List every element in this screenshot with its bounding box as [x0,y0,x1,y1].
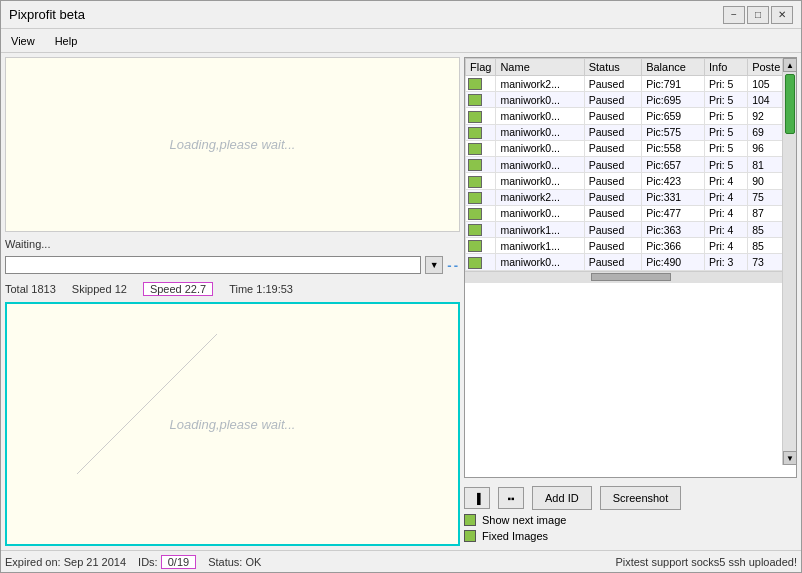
screenshot-button[interactable]: Screenshot [600,486,682,510]
status-cell: Paused [584,173,641,189]
name-cell: maniwork0... [496,205,584,221]
table-row[interactable]: maniwork0... Paused Pic:659 Pri: 5 92 [466,108,796,124]
scroll-thumb-vertical[interactable] [785,74,795,134]
table-row[interactable]: maniwork0... Paused Pic:490 Pri: 3 73 [466,254,796,270]
col-status: Status [584,59,641,76]
menu-help[interactable]: Help [49,33,84,49]
flag-icon [468,224,482,236]
loading-text-top: Loading,please wait... [170,137,296,152]
menu-bar: View Help [1,29,801,53]
scroll-thumb-horizontal[interactable] [591,273,671,281]
balance-cell: Pic:558 [642,140,705,156]
info-cell: Pri: 4 [704,189,747,205]
left-panel: Loading,please wait... Waiting... ▼ -- T… [5,57,460,546]
icon-button-left[interactable]: ▐ [464,487,490,509]
balance-cell: Pic:477 [642,205,705,221]
balance-cell: Pic:366 [642,238,705,254]
minimize-button[interactable]: − [723,6,745,24]
bottom-status-bar: Expired on: Sep 21 2014 IDs: 0/19 Status… [1,550,801,572]
ids-box: 0/19 [161,555,196,569]
balance-cell: Pic:575 [642,124,705,140]
horizontal-scrollbar[interactable] [465,271,796,283]
flag-cell [466,157,496,173]
show-next-image-checkbox[interactable] [464,514,476,526]
status-cell: Paused [584,189,641,205]
flag-cell [466,238,496,254]
table-row[interactable]: maniwork0... Paused Pic:575 Pri: 5 69 [466,124,796,140]
status-cell: Paused [584,124,641,140]
status-section: Status: OK [208,556,261,568]
status-cell: Paused [584,92,641,108]
col-name: Name [496,59,584,76]
total-label: Total 1813 [5,283,56,295]
menu-view[interactable]: View [5,33,41,49]
icon-button-right[interactable]: ▪▪ [498,487,524,509]
name-cell: maniwork2... [496,76,584,92]
accounts-table-container: Flag Name Status Balance Info Poste mani… [464,57,797,478]
flag-icon [468,159,482,171]
flag-cell [466,173,496,189]
table-row[interactable]: maniwork1... Paused Pic:363 Pri: 4 85 [466,221,796,237]
balance-cell: Pic:423 [642,173,705,189]
info-cell: Pri: 4 [704,173,747,189]
name-cell: maniwork0... [496,254,584,270]
info-cell: Pri: 4 [704,221,747,237]
maximize-button[interactable]: □ [747,6,769,24]
table-row[interactable]: maniwork0... Paused Pic:423 Pri: 4 90 [466,173,796,189]
balance-cell: Pic:490 [642,254,705,270]
flag-cell [466,108,496,124]
flag-icon [468,94,482,106]
info-cell: Pri: 5 [704,124,747,140]
scroll-up-button[interactable]: ▲ [783,58,797,72]
speed-box: Speed 22.7 [143,282,213,296]
window-controls: − □ ✕ [723,6,793,24]
table-row[interactable]: maniwork2... Paused Pic:331 Pri: 4 75 [466,189,796,205]
vertical-scrollbar[interactable]: ▲ ▼ [782,58,796,465]
info-cell: Pri: 5 [704,92,747,108]
status-cell: Paused [584,254,641,270]
fixed-images-row: Fixed Images [464,530,797,542]
skipped-label: Skipped 12 [72,283,127,295]
name-cell: maniwork1... [496,238,584,254]
diagonal-line-icon [47,324,247,484]
flag-cell [466,254,496,270]
flag-cell [466,221,496,237]
ids-section: IDs: 0/19 [138,556,196,568]
bottom-controls: ▐ ▪▪ Add ID Screenshot Show next image F… [464,482,797,546]
flag-cell [466,140,496,156]
table-row[interactable]: maniwork1... Paused Pic:366 Pri: 4 85 [466,238,796,254]
dropdown-arrow-button[interactable]: ▼ [425,256,443,274]
balance-cell: Pic:791 [642,76,705,92]
name-cell: maniwork0... [496,157,584,173]
balance-cell: Pic:363 [642,221,705,237]
status-cell: Paused [584,157,641,173]
table-row[interactable]: maniwork0... Paused Pic:477 Pri: 4 87 [466,205,796,221]
name-cell: maniwork0... [496,173,584,189]
time-label: Time 1:19:53 [229,283,293,295]
table-row[interactable]: maniwork0... Paused Pic:695 Pri: 5 104 [466,92,796,108]
table-header-row: Flag Name Status Balance Info Poste [466,59,796,76]
svg-line-0 [77,334,217,474]
table-row[interactable]: maniwork0... Paused Pic:558 Pri: 5 96 [466,140,796,156]
scroll-down-button[interactable]: ▼ [783,451,797,465]
flag-icon [468,208,482,220]
info-cell: Pri: 5 [704,140,747,156]
balance-cell: Pic:659 [642,108,705,124]
name-cell: maniwork1... [496,221,584,237]
flag-icon [468,192,482,204]
accounts-table: Flag Name Status Balance Info Poste mani… [465,58,796,271]
icon-left: ▐ [473,493,480,504]
close-button[interactable]: ✕ [771,6,793,24]
table-row[interactable]: maniwork2... Paused Pic:791 Pri: 5 105 [466,76,796,92]
col-balance: Balance [642,59,705,76]
add-id-button[interactable]: Add ID [532,486,592,510]
name-cell: maniwork0... [496,124,584,140]
dash-button[interactable]: -- [447,258,460,273]
show-next-image-row: Show next image [464,514,797,526]
progress-row: ▼ -- [5,254,460,276]
fixed-images-checkbox[interactable] [464,530,476,542]
flag-cell [466,76,496,92]
flag-icon [468,143,482,155]
table-row[interactable]: maniwork0... Paused Pic:657 Pri: 5 81 [466,157,796,173]
waiting-label: Waiting... [5,238,460,250]
